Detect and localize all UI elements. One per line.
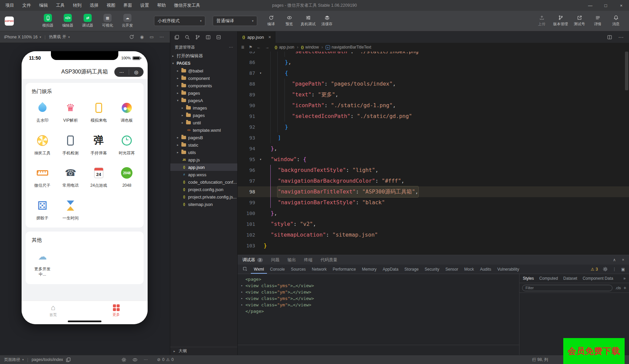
more-icon[interactable]: ⋯ (618, 34, 624, 40)
menu-item-10[interactable]: 微信开发工具 (170, 0, 204, 11)
bookmark-icon[interactable]: ⚑ (249, 45, 252, 50)
code-line-91[interactable]: 91"selectedIconPath": "./static/gd.png" (238, 111, 629, 122)
editor-tab-appjson[interactable]: {} app.json × (238, 31, 275, 43)
page-path-selector[interactable]: 页面路径 ▾ (4, 357, 24, 363)
gear-icon[interactable] (121, 357, 126, 362)
tree-item-7[interactable]: ▸images (170, 104, 237, 112)
code-line-96[interactable]: 96"backgroundTextStyle": "light", (238, 165, 629, 176)
styles-tab-2[interactable]: Dataset (563, 276, 577, 281)
app-item[interactable]: ☎常用电话 (57, 165, 85, 188)
tree-item-15[interactable]: {}app.json (170, 163, 237, 171)
action-eye-button[interactable]: 预览 (281, 15, 298, 27)
code-line-103[interactable]: 103} (238, 240, 629, 251)
devtools-tab-console[interactable]: Console (267, 265, 288, 274)
copy-path-icon[interactable] (66, 357, 71, 362)
right-upload-button[interactable]: 上传 (533, 15, 550, 27)
code-line-101[interactable]: 101"style": "v2", (238, 219, 629, 230)
devtools-tab-network[interactable]: Network (309, 265, 330, 274)
right-branch-button[interactable]: 版本管理 (551, 15, 570, 27)
app-item[interactable]: 时光荏苒 (113, 133, 141, 156)
search-icon[interactable] (185, 35, 190, 40)
app-item[interactable]: 弹手持弹幕 (85, 133, 113, 156)
devtools-tab-sources[interactable]: Sources (288, 265, 309, 274)
phone-tab-home[interactable]: ⌂首页 (22, 301, 85, 320)
tree-item-3[interactable]: ▸component (170, 74, 237, 82)
code-line-90[interactable]: 90"iconPath": "./static/gd-1.png", (238, 100, 629, 111)
app-item[interactable]: 20482048 (113, 165, 141, 188)
wxml-node-5[interactable]: </page> (241, 308, 516, 314)
tree-item-5[interactable]: ▸pages (170, 89, 237, 97)
overflow-chevron-icon[interactable]: » (623, 276, 626, 281)
user-avatar[interactable]: ASP300 (5, 17, 14, 26)
hot-reload-toggle[interactable]: 热重载 开 ▾ (49, 34, 70, 40)
arrow-right-icon[interactable]: → (265, 45, 269, 50)
compile-mode-select[interactable]: 普通编译 ▾ (213, 16, 257, 26)
outline-icon[interactable]: ≣ (241, 45, 244, 50)
warning-count-badge[interactable]: ⚠ 3 (591, 267, 598, 272)
gear-icon[interactable] (603, 267, 608, 272)
app-item[interactable]: ☁更多开发中... (28, 249, 57, 277)
mode-select[interactable]: 小程序模式 ▾ (154, 16, 205, 26)
app-item[interactable]: ♛VIP解析 (57, 100, 85, 123)
more-icon[interactable]: ⋯ (144, 357, 148, 362)
action-refresh-button[interactable]: 编译 (263, 15, 279, 27)
app-item[interactable]: 2424点游戏 (85, 165, 113, 188)
tree-item-11[interactable]: ▸pagesB (170, 134, 237, 141)
tree-item-4[interactable]: ▸components (170, 82, 237, 89)
record-icon[interactable]: ◉ (140, 34, 144, 39)
devtools-tab-vulnerability[interactable]: Vulnerability (494, 265, 522, 274)
menu-item-2[interactable]: 编辑 (35, 0, 52, 11)
inspect-element-icon[interactable] (240, 267, 251, 272)
debugger-tab-0[interactable]: 调试器3 (242, 257, 263, 263)
app-item[interactable]: 调色板 (113, 100, 141, 123)
right-list-button[interactable]: 详情 (589, 15, 606, 27)
code-line-97[interactable]: 97"navigationBarBackgroundColor": "#fff"… (238, 176, 629, 186)
tree-item-12[interactable]: ▸static (170, 141, 237, 149)
tree-item-19[interactable]: {}project.private.config.js... (170, 193, 237, 201)
tree-item-9[interactable]: ▸until (170, 119, 237, 126)
more-icon[interactable]: ⋯ (159, 34, 164, 39)
right-bell-button[interactable]: 消息 (607, 15, 624, 27)
wxml-node-0[interactable]: <page> (241, 276, 516, 282)
devtools-tab-audits[interactable]: Audits (477, 265, 494, 274)
split-icon[interactable] (607, 35, 612, 40)
code-line-98[interactable]: 98"navigationBarTitleText": "ASP300源码工具箱… (238, 186, 629, 197)
app-item[interactable]: 一生时间 (57, 198, 85, 221)
menu-item-5[interactable]: 选择 (86, 0, 102, 11)
devtools-tab-memory[interactable]: Memory (359, 265, 380, 274)
close-tab-icon[interactable]: × (268, 34, 271, 40)
toolbar-code-button[interactable]: </>编辑器 (59, 14, 76, 28)
exit-capsule-button[interactable]: ◎ (129, 69, 143, 75)
toolbar-grid-button[interactable]: ▦可视化 (99, 14, 116, 28)
debugger-tab-2[interactable]: 输出 (288, 257, 296, 263)
breadcrumb-item-0[interactable]: {}app.json (275, 45, 294, 50)
styles-tab-0[interactable]: Styles (523, 276, 534, 281)
refresh-icon[interactable] (129, 34, 134, 39)
code-line-86[interactable]: 86}, (238, 57, 629, 68)
app-item[interactable]: 微信尺子 (28, 165, 57, 188)
devtools-tab-sensor[interactable]: Sensor (442, 265, 461, 274)
tree-item-18[interactable]: {}project.config.json (170, 186, 237, 193)
breadcrumb-item-1[interactable]: {}window (301, 45, 319, 50)
problems-summary[interactable]: ⊘ 0 ⚠ 0 (157, 357, 174, 362)
maximize-button[interactable]: □ (598, 0, 613, 11)
code-line-89[interactable]: 89"text": "更多", (238, 89, 629, 100)
code-line-87[interactable]: 87▾{ (238, 68, 629, 79)
expand-arrow-icon[interactable]: ▸ (241, 282, 245, 289)
menu-item-6[interactable]: 视图 (102, 0, 119, 11)
devtools-tab-appdata[interactable]: AppData (380, 265, 401, 274)
right-share-button[interactable]: 测试号 (571, 15, 588, 27)
code-line-88[interactable]: 88"pagePath": "pages/tools/index", (238, 79, 629, 89)
action-layers-button[interactable]: 清缓存 (319, 15, 335, 27)
toolbar-phone-button[interactable]: 模拟器 (39, 14, 56, 28)
menu-item-8[interactable]: 设置 (136, 0, 153, 11)
device-select[interactable]: iPhone X 100% 16 ▾ (4, 35, 41, 39)
new-style-rule-button[interactable]: + (624, 285, 626, 291)
code-line-95[interactable]: 95▾"window": { (238, 154, 629, 165)
tree-item-16[interactable]: #app.wxss (170, 171, 237, 178)
expand-arrow-icon[interactable]: ▸ (241, 302, 245, 308)
ad-banner[interactable]: 会员免费下载 (563, 338, 625, 364)
tree-item-8[interactable]: ▸pages (170, 112, 237, 119)
outline-section[interactable]: ▸ 大纲 (170, 347, 237, 355)
tree-item-13[interactable]: ▸utils (170, 149, 237, 156)
